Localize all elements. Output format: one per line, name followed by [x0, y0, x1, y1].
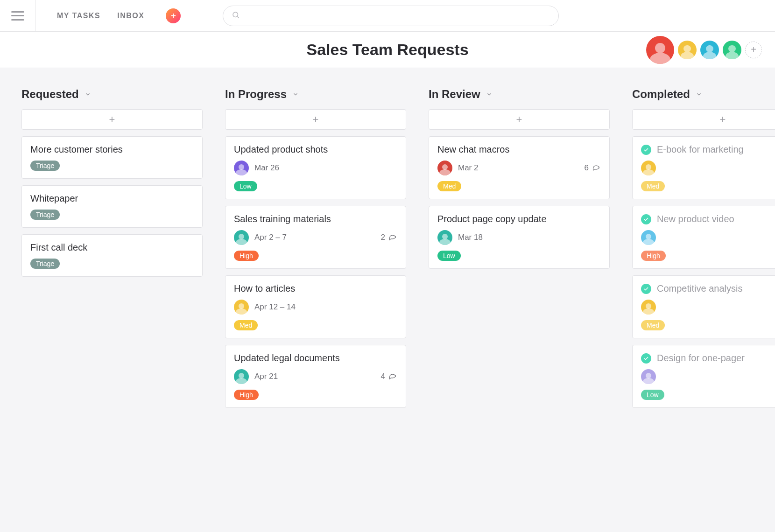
- card-title: New product video: [657, 214, 734, 224]
- card-title: Whitepaper: [30, 193, 78, 204]
- board: Requested+More customer storiesTriageWhi…: [0, 68, 775, 532]
- add-card-button[interactable]: +: [632, 109, 775, 130]
- card-title: Sales training materials: [234, 214, 331, 224]
- card-title: New chat macros: [437, 144, 510, 155]
- task-card[interactable]: How to articlesApr 12 – 14Med: [225, 275, 406, 338]
- chevron-down-icon[interactable]: [486, 91, 493, 98]
- priority-tag: Med: [641, 181, 665, 191]
- comments-count: 6: [585, 163, 589, 173]
- column-header[interactable]: In Progress: [225, 88, 406, 101]
- svg-point-0: [233, 12, 238, 17]
- card-title: E-book for marketing: [657, 144, 744, 155]
- board-column: Completed+E-book for marketingMedNew pro…: [632, 88, 775, 532]
- card-title: More customer stories: [30, 144, 123, 155]
- priority-tag: Med: [641, 320, 665, 330]
- column-header[interactable]: Completed: [632, 88, 775, 101]
- card-title: First call deck: [30, 242, 87, 253]
- priority-tag: Med: [234, 320, 258, 330]
- card-title: Updated product shots: [234, 144, 328, 155]
- card-meta: Mar 26: [437, 161, 601, 175]
- card-meta: [641, 161, 775, 175]
- search-input[interactable]: [245, 12, 550, 20]
- task-card[interactable]: More customer storiesTriage: [21, 136, 203, 179]
- task-card[interactable]: E-book for marketingMed: [632, 136, 775, 199]
- top-nav: MY TASKS INBOX +: [0, 0, 775, 32]
- task-card[interactable]: New product videoHigh: [632, 206, 775, 269]
- add-card-button[interactable]: +: [21, 109, 203, 130]
- column-title: In Progress: [225, 88, 287, 101]
- priority-tag: Triage: [30, 259, 60, 269]
- avatar: [234, 300, 249, 315]
- task-card[interactable]: Sales training materialsApr 2 – 72High: [225, 206, 406, 269]
- column-header[interactable]: In Review: [429, 88, 610, 101]
- task-card[interactable]: Product page copy updateMar 18Low: [429, 206, 610, 269]
- chevron-down-icon[interactable]: [85, 91, 91, 98]
- task-card[interactable]: Competitive analysisMed: [632, 275, 775, 338]
- card-title: Competitive analysis: [657, 283, 742, 294]
- avatar: [646, 36, 674, 64]
- add-member-button[interactable]: +: [745, 42, 762, 58]
- chevron-down-icon[interactable]: [696, 91, 702, 98]
- search-box[interactable]: [223, 6, 559, 26]
- priority-tag: Triage: [30, 161, 60, 171]
- avatar: [641, 369, 656, 384]
- avatar: [641, 161, 656, 175]
- add-card-button[interactable]: +: [225, 109, 406, 130]
- task-card[interactable]: Design for one-pagerLow: [632, 345, 775, 408]
- avatar: [723, 41, 741, 59]
- priority-tag: Low: [437, 251, 461, 261]
- card-date: Apr 21: [254, 372, 278, 381]
- card-meta: [641, 369, 775, 384]
- avatar: [437, 230, 452, 245]
- nav-my-tasks[interactable]: MY TASKS: [57, 12, 100, 20]
- avatar: [641, 300, 656, 315]
- card-comments[interactable]: 2: [381, 232, 397, 244]
- card-title: How to articles: [234, 283, 295, 294]
- card-meta: Mar 18: [437, 230, 601, 245]
- avatar: [700, 41, 719, 59]
- priority-tag: Low: [234, 181, 257, 191]
- svg-line-1: [238, 16, 239, 18]
- card-meta: [641, 230, 775, 245]
- task-card[interactable]: WhitepaperTriage: [21, 185, 203, 228]
- card-date: Apr 12 – 14: [254, 302, 296, 312]
- search-icon: [232, 11, 240, 21]
- comment-icon: [388, 232, 397, 244]
- column-title: In Review: [429, 88, 480, 101]
- add-card-button[interactable]: +: [429, 109, 610, 130]
- priority-tag: Triage: [30, 210, 60, 220]
- task-card[interactable]: Updated product shotsMar 26Low: [225, 136, 406, 199]
- hamburger-container: [0, 0, 35, 31]
- check-icon: [641, 145, 651, 155]
- project-title: Sales Team Requests: [306, 41, 468, 59]
- chevron-down-icon[interactable]: [292, 91, 299, 98]
- avatar: [234, 161, 249, 175]
- avatar: [641, 230, 656, 245]
- check-icon: [641, 353, 651, 364]
- board-column: In Review+New chat macrosMar 26MedProduc…: [429, 88, 610, 532]
- card-date: Mar 2: [458, 163, 478, 173]
- project-header: Sales Team Requests +: [0, 32, 775, 68]
- card-date: Apr 2 – 7: [254, 233, 287, 242]
- comment-icon: [388, 371, 397, 383]
- card-meta: Mar 26: [234, 161, 397, 175]
- card-date: Mar 18: [458, 233, 483, 242]
- card-comments[interactable]: 4: [381, 371, 397, 383]
- card-comments[interactable]: 6: [585, 162, 601, 174]
- card-title: Product page copy update: [437, 214, 547, 224]
- task-card[interactable]: New chat macrosMar 26Med: [429, 136, 610, 199]
- nav-inbox[interactable]: INBOX: [117, 12, 144, 20]
- comments-count: 2: [381, 233, 385, 242]
- priority-tag: Low: [641, 390, 664, 400]
- search-container: [181, 6, 768, 26]
- global-add-button[interactable]: +: [166, 8, 181, 23]
- menu-icon[interactable]: [11, 11, 24, 21]
- check-icon: [641, 284, 651, 294]
- avatar: [234, 230, 249, 245]
- task-card[interactable]: Updated legal documentsApr 214High: [225, 345, 406, 408]
- avatar: [234, 369, 249, 384]
- task-card[interactable]: First call deckTriage: [21, 234, 203, 277]
- column-header[interactable]: Requested: [21, 88, 203, 101]
- nav-links: MY TASKS INBOX +: [35, 8, 181, 23]
- priority-tag: High: [234, 390, 259, 400]
